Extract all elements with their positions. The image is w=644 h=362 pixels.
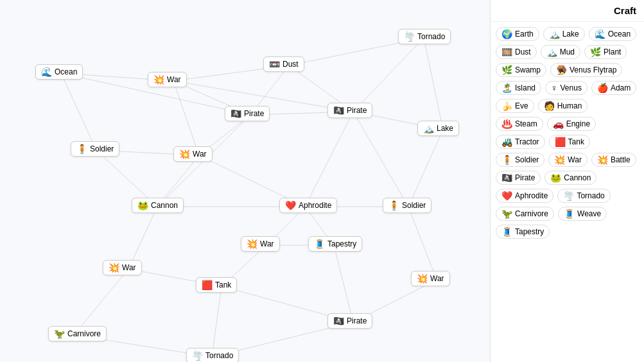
node-label-tornado2: Tornado bbox=[205, 351, 233, 360]
node-label-cannon1: Cannon bbox=[151, 201, 178, 210]
sidebar-item-mud[interactable]: 🏔️Mud bbox=[541, 45, 580, 59]
sidebar-item-lake[interactable]: 🏔️Lake bbox=[543, 27, 585, 41]
sidebar-item-island[interactable]: 🏝️Island bbox=[496, 81, 541, 95]
node-carnivore1[interactable]: 🦖Carnivore bbox=[48, 326, 107, 341]
sidebar-icon-eve: 🍌 bbox=[501, 101, 512, 110]
sidebar-title: Craft bbox=[491, 0, 644, 22]
node-pirate3[interactable]: 🏴‍☠️Pirate bbox=[327, 313, 372, 329]
svg-line-28 bbox=[408, 207, 437, 280]
node-tank1[interactable]: 🟥Tank bbox=[196, 277, 237, 293]
svg-line-11 bbox=[173, 81, 199, 155]
sidebar-label-steam: Steam bbox=[515, 119, 537, 128]
node-tornado1[interactable]: 🌪️Tornado bbox=[398, 29, 451, 44]
sidebar: Craft 🌍Earth🏔️Lake🌊Ocean🎞️Dust🏔️Mud🌿Plan… bbox=[490, 0, 644, 362]
sidebar-label-war: War bbox=[568, 155, 582, 164]
node-tornado2[interactable]: 🌪️Tornado bbox=[186, 348, 239, 362]
sidebar-label-adam: Adam bbox=[611, 83, 631, 92]
sidebar-item-adam[interactable]: 🍎Adam bbox=[591, 81, 636, 95]
sidebar-icon-tank: 🟥 bbox=[555, 137, 566, 146]
sidebar-item-tractor[interactable]: 🚜Tractor bbox=[496, 135, 545, 149]
sidebar-label-swamp: Swamp bbox=[515, 65, 541, 74]
node-label-pirate2: Pirate bbox=[347, 106, 367, 115]
node-label-soldier1: Soldier bbox=[90, 144, 114, 153]
node-war3[interactable]: 💥War bbox=[241, 236, 280, 252]
sidebar-item-eve[interactable]: 🍌Eve bbox=[496, 99, 534, 113]
node-label-carnivore1: Carnivore bbox=[67, 329, 101, 338]
sidebar-label-battle: Battle bbox=[611, 155, 631, 164]
sidebar-item-weave[interactable]: 🧵Weave bbox=[558, 207, 607, 221]
node-war1[interactable]: 💥War bbox=[148, 72, 187, 87]
sidebar-item-steam[interactable]: ♨️Steam bbox=[496, 117, 543, 131]
svg-line-6 bbox=[61, 73, 96, 150]
sidebar-icon-cannon: 🐸 bbox=[550, 173, 561, 182]
node-pirate1[interactable]: 🏴‍☠️Pirate bbox=[225, 106, 270, 121]
node-soldier2[interactable]: 🧍Soldier bbox=[383, 198, 431, 213]
node-label-soldier2: Soldier bbox=[402, 201, 426, 210]
node-label-tapestry1: Tapestry bbox=[327, 239, 356, 248]
node-icon-tornado2: 🌪️ bbox=[192, 351, 203, 360]
sidebar-item-pirate[interactable]: 🏴‍☠️Pirate bbox=[496, 171, 541, 185]
node-pirate2[interactable]: 🏴‍☠️Pirate bbox=[327, 103, 372, 118]
node-icon-war3: 💥 bbox=[247, 239, 257, 248]
node-war4[interactable]: 💥War bbox=[103, 260, 142, 275]
node-label-war5: War bbox=[430, 274, 444, 283]
node-war2[interactable]: 💥War bbox=[173, 146, 213, 162]
sidebar-item-swamp[interactable]: 🌿Swamp bbox=[496, 63, 546, 77]
sidebar-item-plant[interactable]: 🌿Plant bbox=[584, 45, 627, 59]
sidebar-item-aphrodite[interactable]: ❤️Aphrodite bbox=[496, 189, 553, 203]
sidebar-item-tornado[interactable]: 🌪️Tornado bbox=[557, 189, 610, 203]
node-dust1[interactable]: 📼Dust bbox=[263, 56, 304, 72]
sidebar-item-battle[interactable]: 💥Battle bbox=[591, 153, 636, 167]
sidebar-label-carnivore: Carnivore bbox=[515, 209, 548, 218]
node-icon-war1: 💥 bbox=[153, 75, 164, 84]
node-aphrodite1[interactable]: ❤️Aphrodite bbox=[279, 198, 337, 213]
sidebar-item-dust[interactable]: 🎞️Dust bbox=[496, 45, 537, 59]
sidebar-item-ocean[interactable]: 🌊Ocean bbox=[589, 27, 636, 41]
sidebar-item-carnivore[interactable]: 🦖Carnivore bbox=[496, 207, 554, 221]
node-lake1[interactable]: 🏔️Lake bbox=[417, 121, 459, 136]
sidebar-item-engine[interactable]: 🚗Engine bbox=[547, 117, 596, 131]
node-cannon1[interactable]: 🐸Cannon bbox=[132, 198, 184, 213]
node-icon-dust1: 📼 bbox=[269, 60, 280, 69]
svg-line-33 bbox=[74, 269, 128, 335]
node-label-pirate3: Pirate bbox=[347, 316, 367, 325]
sidebar-item-tank[interactable]: 🟥Tank bbox=[549, 135, 590, 149]
node-icon-tapestry1: 🧵 bbox=[314, 239, 325, 248]
svg-line-17 bbox=[305, 112, 353, 207]
sidebar-label-venus-flytrap: Venus Flytrap bbox=[570, 65, 616, 74]
node-war5[interactable]: 💥War bbox=[411, 271, 450, 286]
sidebar-label-engine: Engine bbox=[566, 119, 590, 128]
svg-line-16 bbox=[353, 112, 408, 207]
svg-line-2 bbox=[424, 38, 443, 130]
sidebar-item-soldier[interactable]: 🧍Soldier bbox=[496, 153, 544, 167]
sidebar-label-pirate: Pirate bbox=[515, 173, 535, 182]
sidebar-item-earth[interactable]: 🌍Earth bbox=[496, 27, 539, 41]
sidebar-item-war[interactable]: 💥War bbox=[548, 153, 587, 167]
sidebar-item-venus-flytrap[interactable]: 🪤Venus Flytrap bbox=[550, 63, 622, 77]
node-label-ocean1: Ocean bbox=[55, 67, 77, 76]
node-tapestry1[interactable]: 🧵Tapestry bbox=[308, 236, 362, 252]
sidebar-icon-engine: 🚗 bbox=[553, 119, 564, 128]
node-label-war1: War bbox=[167, 75, 181, 84]
sidebar-icon-dust: 🎞️ bbox=[501, 47, 512, 56]
sidebar-item-tapestry[interactable]: 🧵Tapestry bbox=[496, 225, 550, 239]
sidebar-item-human[interactable]: 🧑Human bbox=[538, 99, 588, 113]
node-label-dust1: Dust bbox=[283, 60, 299, 69]
node-label-tank1: Tank bbox=[215, 280, 231, 289]
sidebar-icon-ocean: 🌊 bbox=[595, 30, 605, 39]
sidebar-label-earth: Earth bbox=[515, 30, 534, 39]
sidebar-icon-steam: ♨️ bbox=[501, 119, 512, 128]
node-ocean1[interactable]: 🌊Ocean bbox=[35, 64, 83, 80]
node-icon-soldier2: 🧍 bbox=[388, 201, 399, 210]
svg-line-18 bbox=[408, 130, 443, 207]
node-label-war3: War bbox=[260, 239, 274, 248]
node-icon-lake1: 🏔️ bbox=[423, 124, 434, 133]
node-icon-carnivore1: 🦖 bbox=[54, 329, 65, 338]
sidebar-icon-human: 🧑 bbox=[544, 101, 555, 110]
sidebar-label-weave: Weave bbox=[577, 209, 601, 218]
sidebar-item-venus[interactable]: ♀️Venus bbox=[545, 81, 587, 95]
sidebar-label-venus: Venus bbox=[561, 83, 582, 92]
sidebar-item-cannon[interactable]: 🐸Cannon bbox=[544, 171, 596, 185]
node-soldier1[interactable]: 🧍Soldier bbox=[71, 141, 119, 157]
sidebar-label-eve: Eve bbox=[515, 101, 528, 110]
